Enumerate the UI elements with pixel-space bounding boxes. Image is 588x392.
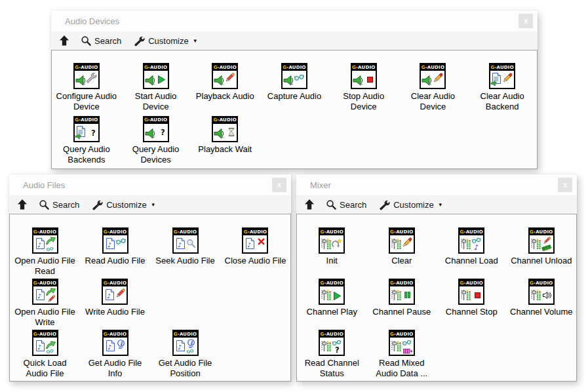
palette-item-configure-audio-device[interactable]: G-AUDIOConfigure Audio Device [54,63,119,116]
palette-item-label: Clear Audio Backend [469,91,535,112]
palette-item-label: Write Audio File [85,307,145,317]
palette-item-get-audio-file-position[interactable]: G-AUDIO♪iGet Audio File Position [153,330,218,381]
palette-item-label: Clear [391,256,412,266]
clear-icon: G-AUDIO [389,227,415,254]
palette-item-channel-volume[interactable]: G-AUDIOChannel Volume [510,279,572,330]
query-audio-backends-icon: G-AUDIO? [73,116,100,142]
customize-button[interactable]: Customize ▼ [134,35,197,47]
search-button[interactable]: Search [326,200,366,210]
search-label: Search [94,36,121,46]
palette-item-label: Playback Wait [198,144,252,155]
wrench-icon [92,199,103,210]
start-audio-device-icon: G-AUDIO [143,63,169,89]
search-label: Search [52,200,79,210]
palette-item-label: Channel Volume [510,307,572,317]
titlebar[interactable]: Audio Devices x [51,10,538,31]
palette-item-read-mixed-audio-data[interactable]: G-AUDIORead Mixed Audio Data ... [369,330,435,381]
channel-unload-icon: G-AUDIO [528,227,555,254]
palette-item-label: Capture Audio [267,91,321,102]
palette-item-close-audio-file[interactable]: G-AUDIO♪Close Audio File [225,227,286,279]
search-button[interactable]: Search [39,200,79,210]
channel-pause-icon: G-AUDIO [389,279,415,305]
palette-row: G-AUDIO?Read Channel StatusG-AUDIORead M… [297,330,576,381]
wrench-icon [379,199,390,210]
palette-item-query-audio-devices[interactable]: G-AUDIO?Query Audio Devices [123,116,189,169]
read-mixed-audio-data-icon: G-AUDIO [389,330,415,356]
svg-text:♪: ♪ [178,343,182,351]
channel-stop-icon: G-AUDIO [458,279,484,305]
palette-item-clear[interactable]: G-AUDIOClear [389,227,415,279]
read-audio-file-icon: G-AUDIO♪ [102,227,128,254]
search-icon [326,200,336,210]
search-button[interactable]: Search [81,36,121,46]
quick-load-audio-file-icon: G-AUDIO♪ [32,330,58,356]
clear-audio-device-icon: G-AUDIO [420,63,446,89]
close-button[interactable]: x [519,14,533,28]
palette-item-capture-audio[interactable]: G-AUDIOCapture Audio [267,63,321,116]
close-button[interactable]: x [558,178,572,192]
palette-item-get-audio-file-info[interactable]: G-AUDIO♪iGet Audio File Info [83,330,148,381]
palette-item-open-audio-file-write[interactable]: G-AUDIO♪Open Audio File Write [12,279,78,330]
palette-item-label: Playback Audio [196,91,254,102]
palette-item-label: Read Channel Status [299,358,364,379]
palette-item-label: Channel Unload [511,256,572,266]
palette-item-channel-load[interactable]: G-AUDIO♪Channel Load [445,227,498,279]
palette-item-clear-audio-backend[interactable]: G-AUDIOClear Audio Backend [469,63,535,116]
palette-item-label: Quick Load Audio File [12,358,78,379]
palette-item-channel-stop[interactable]: G-AUDIOChannel Stop [446,279,498,330]
customize-button[interactable]: Customize ▼ [379,199,442,210]
palette-item-read-audio-file[interactable]: G-AUDIO♪Read Audio File [85,227,146,279]
palette-item-stop-audio-device[interactable]: G-AUDIOStop Audio Device [331,63,397,116]
palette-item-channel-play[interactable]: G-AUDIOChannel Play [307,279,357,330]
titlebar[interactable]: Mixer x [296,174,577,195]
palette-item-label: Channel Load [445,256,498,266]
configure-audio-device-icon: G-AUDIO [73,63,100,89]
up-button[interactable] [60,35,69,46]
palette-item-label: Start Audio Device [123,91,189,112]
up-button[interactable] [18,199,27,210]
palette-item-clear-audio-device[interactable]: G-AUDIOClear Audio Device [400,63,465,116]
palette-content: G-AUDIOConfigure Audio DeviceG-AUDIOStar… [51,50,538,169]
palette-item-label: Read Mixed Audio Data ... [369,358,435,379]
init-icon: G-AUDIO [319,227,345,254]
palette-item-start-audio-device[interactable]: G-AUDIOStart Audio Device [123,63,189,116]
open-audio-file-write-icon: G-AUDIO♪ [32,279,58,305]
palette-item-read-channel-status[interactable]: G-AUDIO?Read Channel Status [299,330,364,381]
palette-content: G-AUDIOInitG-AUDIOClearG-AUDIO♪Channel L… [296,214,577,382]
palette-item-label: Init [326,256,338,266]
palette-item-quick-load-audio-file[interactable]: G-AUDIO♪Quick Load Audio File [12,330,78,381]
get-audio-file-info-icon: G-AUDIO♪i [102,330,128,356]
palette-item-write-audio-file[interactable]: G-AUDIO♪Write Audio File [85,279,145,330]
palette-item-open-audio-file-read[interactable]: G-AUDIO♪Open Audio File Read [12,227,78,279]
channel-volume-icon: G-AUDIO [528,279,555,305]
customize-button[interactable]: Customize ▼ [92,199,155,210]
palette-item-channel-pause[interactable]: G-AUDIOChannel Pause [372,279,431,330]
up-arrow-icon [305,199,314,210]
wrench-icon [134,35,145,47]
titlebar[interactable]: Audio Files x [9,174,291,195]
up-button[interactable] [305,199,314,210]
customize-label: Customize [393,200,433,210]
palette-item-channel-unload[interactable]: G-AUDIOChannel Unload [511,227,572,279]
close-button[interactable]: x [272,178,286,192]
palette-item-init[interactable]: G-AUDIOInit [319,227,345,279]
palette-item-label: Query Audio Devices [123,144,189,165]
palette-item-label: Seek Audio File [155,256,214,266]
palette-item-query-audio-backends[interactable]: G-AUDIO?Query Audio Backends [54,116,119,169]
palette-item-label: Close Audio File [225,256,286,266]
palette-item-seek-audio-file[interactable]: G-AUDIO♪Seek Audio File [155,227,214,279]
open-audio-file-read-icon: G-AUDIO♪ [32,227,58,254]
toolbar: Search Customize ▼ [51,31,538,50]
palette-item-playback-wait[interactable]: G-AUDIOPlayback Wait [198,116,252,169]
palette-item-label: Stop Audio Device [331,91,397,112]
svg-text:♪: ♪ [108,241,111,248]
seek-audio-file-icon: G-AUDIO♪ [172,227,199,254]
svg-text:♪: ♪ [108,292,111,300]
window-title: Audio Files [23,180,65,190]
clear-audio-backend-icon: G-AUDIO [489,63,515,89]
toolbar: Search Customize ▼ [9,195,291,214]
svg-text:♪: ♪ [178,241,182,248]
palette-item-playback-audio[interactable]: G-AUDIOPlayback Audio [196,63,254,116]
capture-audio-icon: G-AUDIO [281,63,307,89]
search-icon [39,200,49,210]
